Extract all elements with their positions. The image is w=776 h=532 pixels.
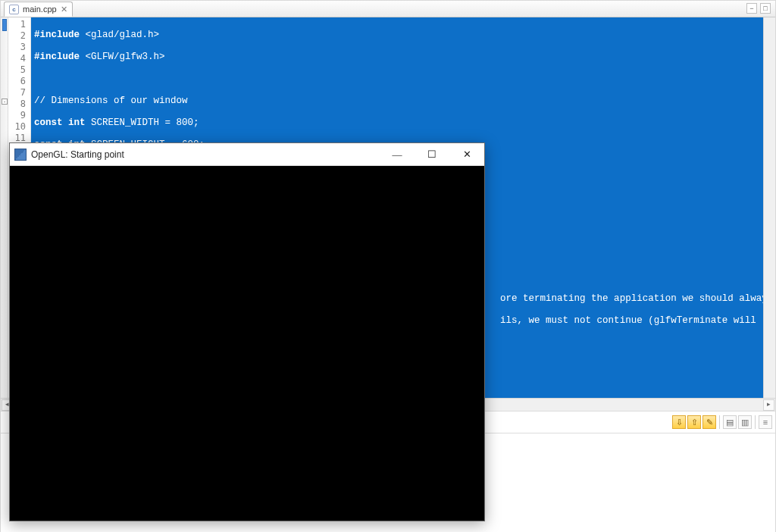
folding-strip[interactable]: - [1,17,8,398]
panel-layout2-icon[interactable]: ▥ [738,415,752,429]
cpp-file-icon: c [9,5,19,14]
line-number: 3 [10,42,26,53]
line-number: 9 [10,110,26,121]
minimize-view-icon[interactable]: − [746,3,757,14]
toolbar-separator [719,415,720,429]
panel-layout1-icon[interactable]: ▤ [723,415,737,429]
toolbar-separator [755,415,756,429]
line-number: 10 [10,121,26,133]
close-button[interactable]: ✕ [449,143,484,165]
line-number: 8 [10,99,26,110]
maximize-view-icon[interactable]: □ [760,3,771,14]
maximize-button[interactable]: ☐ [415,143,449,165]
line-number: 4 [10,53,26,64]
opengl-window-title: OpenGL: Starting point [31,149,380,160]
opengl-output-window[interactable]: OpenGL: Starting point — ☐ ✕ [9,142,485,521]
close-tab-icon[interactable]: ✕ [61,5,67,14]
line-number: 7 [10,87,26,99]
opengl-titlebar[interactable]: OpenGL: Starting point — ☐ ✕ [10,143,484,166]
highlight-icon[interactable]: ✎ [702,415,716,429]
line-number: 2 [10,30,26,42]
selection-marker-icon [2,19,7,31]
fold-toggle-icon[interactable]: - [2,99,8,105]
minimize-button[interactable]: — [380,143,415,165]
tab-right-controls: − □ [746,3,771,14]
scroll-right-icon[interactable]: ▸ [763,399,774,411]
list-icon[interactable]: ≡ [759,415,772,429]
editor-tabbar: c main.cpp ✕ − □ [1,1,775,17]
vertical-scrollbar[interactable] [763,17,775,398]
line-number: 5 [10,64,26,76]
nav-up-icon[interactable]: ⇧ [687,415,701,429]
line-number: 1 [10,19,26,30]
line-number: 6 [10,76,26,87]
nav-down-icon[interactable]: ⇩ [672,415,686,429]
opengl-app-icon [14,149,27,161]
tab-filename: main.cpp [23,5,57,14]
tab-main-cpp[interactable]: c main.cpp ✕ [4,2,73,17]
opengl-client-area[interactable] [10,166,484,521]
window-buttons: — ☐ ✕ [380,143,484,165]
